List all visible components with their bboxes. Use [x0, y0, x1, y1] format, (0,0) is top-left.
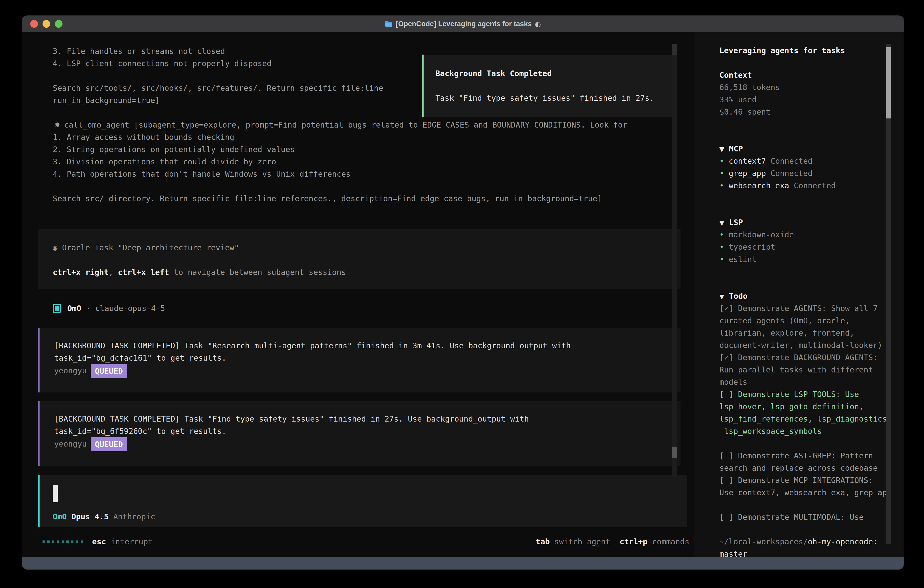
main-scrollbar-thumb[interactable]	[672, 447, 677, 458]
half-circle-icon: ◐	[535, 20, 541, 28]
lsp-item: • markdown-oxide	[719, 228, 904, 241]
oracle-title-line: ◉ Oracle Task "Deep architecture review"	[53, 241, 680, 254]
app-window: [OpenCode] Leveraging agents for tasks ◐…	[21, 15, 904, 570]
window-title: [OpenCode] Leveraging agents for tasks ◐	[385, 20, 541, 28]
status-right-hints: tab switch agent ctrl+p commands	[536, 537, 690, 546]
context-spent: $0.46 spent	[719, 106, 904, 118]
oracle-hint-line: ctrl+x right, ctrl+x left to navigate be…	[53, 266, 680, 278]
todo-line-pending: [ ] Demonstrate MULTIMODAL: Use	[719, 511, 904, 523]
mcp-item: • websearch_exa Connected	[719, 179, 904, 192]
notification-title: Background Task Completed	[436, 67, 674, 79]
agent-name: OmO	[67, 304, 81, 313]
main-scrollbar-thumb-top[interactable]	[672, 44, 677, 55]
task-meta-line: yeongyuQUEUED	[54, 364, 680, 376]
oracle-icon: ◉	[53, 243, 57, 252]
task-message-line: [BACKGROUND TASK COMPLETED] Task "Resear…	[54, 339, 680, 352]
lsp-item: • typescript	[719, 241, 904, 253]
input-model-name: Opus 4.5	[67, 512, 109, 521]
context-used: 33% used	[719, 93, 904, 106]
sidebar: Leveraging agents for tasks Context 66,5…	[694, 32, 904, 557]
tool-call-line: call_omo_agent [subagent_type=explore, p…	[22, 119, 672, 131]
todo-line-pending: [ ] Demonstrate MCP INTEGRATIONS:	[719, 474, 904, 486]
todo-line-pending: [ ] Demonstrate AST-GREP: Pattern	[719, 449, 904, 462]
omo-agent-icon	[53, 304, 61, 313]
background-task-box: [BACKGROUND TASK COMPLETED] Task "Resear…	[38, 328, 680, 393]
sidebar-scrollbar[interactable]	[886, 44, 891, 544]
model-line: OmO Opus 4.5 Anthropic	[53, 510, 687, 523]
todo-line-active: lsp_find_references, lsp_diagnostics,	[719, 413, 904, 425]
zoom-button[interactable]	[55, 20, 63, 28]
traffic-lights	[30, 16, 63, 32]
hint-key: ctrl+x left	[118, 268, 169, 277]
sidebar-scrollbar-thumb[interactable]	[886, 47, 891, 119]
task-user: yeongyu	[54, 439, 87, 448]
agent-header: OmO · claude-opus-4-5	[53, 302, 672, 314]
bullet-icon: •	[719, 230, 724, 239]
notification-body: Task "Find type safety issues" finished …	[436, 92, 674, 104]
todo-line-done: curated agents (OmO, oracle,	[719, 314, 904, 327]
bullet-icon: •	[719, 243, 724, 251]
todo-line-done: [✓] Demonstrate AGENTS: Show all 7	[719, 302, 904, 314]
chevron-down-icon: ▼	[719, 293, 724, 301]
lsp-section-header[interactable]: ▼ LSP	[719, 216, 904, 228]
tool-args: [subagent_type=explore, prompt=Find pote…	[129, 120, 627, 129]
input-agent-name: OmO	[53, 512, 67, 521]
tool-call-line: 4. Path operations that don't handle Win…	[22, 168, 672, 180]
workspace-branch: master	[719, 548, 904, 560]
prompt-input[interactable]: OmO Opus 4.5 Anthropic	[38, 475, 687, 527]
task-message-line: task_id="bg_6f59260c" to get results.	[54, 425, 680, 437]
session-title: Leveraging agents for tasks	[719, 45, 904, 57]
todo-section-header[interactable]: ▼ Todo	[719, 290, 904, 302]
notification-toast: Background Task Completed Task "Find typ…	[422, 55, 675, 117]
status-badge: QUEUED	[91, 364, 127, 378]
bullet-icon: •	[719, 169, 724, 178]
tool-call-line: 2. String operations on potentially unde…	[22, 143, 672, 155]
bullet-icon: •	[719, 255, 724, 264]
tool-call-line: 3. Division operations that could divide…	[22, 155, 672, 168]
title-bar[interactable]: [OpenCode] Leveraging agents for tasks ◐	[22, 16, 904, 32]
minimize-button[interactable]	[43, 20, 50, 28]
oracle-task-box: ◉ Oracle Task "Deep architecture review"…	[38, 229, 680, 289]
todo-line-pending: search and replace across codebase	[719, 462, 904, 474]
mcp-section-header[interactable]: ▼ MCP	[719, 142, 904, 155]
tool-name: call_omo_agent	[64, 120, 129, 129]
close-button[interactable]	[30, 20, 38, 28]
status-bar: esc interrupt tab switch agent ctrl+p co…	[43, 535, 690, 548]
text-cursor	[53, 485, 58, 502]
spinner-dots	[43, 540, 83, 543]
task-message-line: task_id="bg_dcfac161" to get results.	[54, 352, 680, 364]
todo-line-done: librarian, explore, frontend,	[719, 327, 904, 339]
todo-line-done: models	[719, 376, 904, 388]
todo-line-active: lsp_workspace_symbols	[719, 425, 904, 437]
main-scrollbar[interactable]	[672, 44, 677, 477]
todo-line-active: [ ] Demonstrate LSP TOOLS: Use	[719, 388, 904, 400]
terminal-area: 3. File handles or streams not closed 4.…	[22, 32, 904, 557]
workspace-path: ~/local-workspaces/oh-my-opencode:	[719, 535, 904, 548]
task-message-line: [BACKGROUND TASK COMPLETED] Task "Find t…	[54, 413, 680, 425]
ctrlp-key-hint: ctrl+p	[610, 537, 647, 546]
status-badge: QUEUED	[91, 437, 127, 451]
mcp-item: • context7 Connected	[719, 155, 904, 167]
agent-model: claude-opus-4-5	[95, 304, 165, 313]
todo-line-done: Run parallel tasks with different	[719, 363, 904, 376]
bullet-icon: •	[719, 157, 724, 165]
chevron-down-icon: ▼	[719, 145, 724, 153]
todo-line-done: document-writer, multimodal-looker)	[719, 339, 904, 351]
task-user: yeongyu	[54, 366, 87, 375]
tab-key-hint: tab	[536, 537, 549, 546]
lsp-item: • eslint	[719, 253, 904, 265]
todo-line-pending: Use context7, websearch_exa, grep_app	[719, 486, 904, 499]
esc-key-hint: esc	[92, 537, 106, 546]
hint-key: ctrl+x right	[53, 268, 109, 277]
bullet-icon: •	[719, 181, 724, 190]
chevron-down-icon: ▼	[719, 219, 724, 227]
mcp-item: • grep_app Connected	[719, 167, 904, 179]
todo-line-active: lsp_hover, lsp_goto_definition,	[719, 400, 904, 413]
window-title-text: [OpenCode] Leveraging agents for tasks	[396, 20, 532, 28]
tool-call-line: Search src/ directory. Return specific f…	[22, 192, 672, 205]
input-provider: Anthropic	[109, 512, 155, 521]
context-heading: Context	[719, 69, 904, 81]
context-tokens: 66,518 tokens	[719, 81, 904, 93]
folder-icon	[385, 21, 393, 27]
tool-call-line: 1. Array access without bounds checking	[22, 131, 672, 143]
